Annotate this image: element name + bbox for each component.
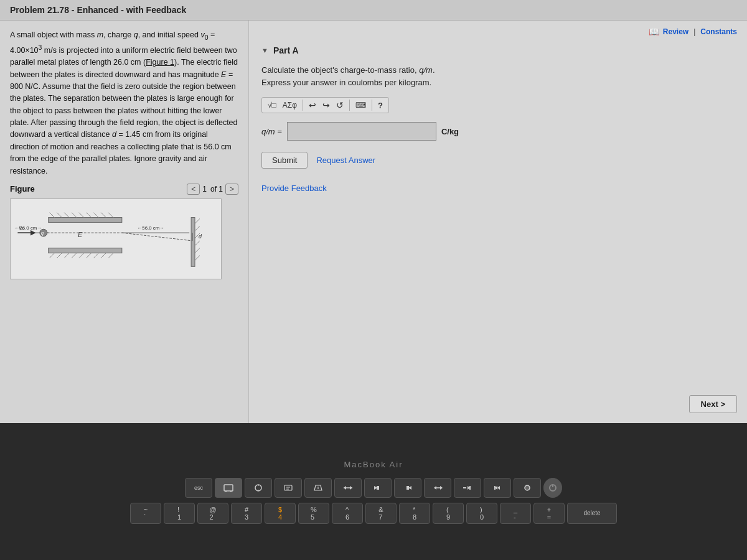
key-f8[interactable] <box>394 478 421 498</box>
right-panel: 📖 Review | Constants ▼ Part A Calculate … <box>249 21 747 423</box>
review-link[interactable]: Review <box>663 27 688 36</box>
svg-text:←56.0 cm→: ←56.0 cm→ <box>137 225 164 231</box>
key-f9[interactable] <box>424 478 451 498</box>
sqrt-button[interactable]: √□ <box>266 100 278 110</box>
answer-input[interactable] <box>287 122 436 141</box>
svg-line-13 <box>64 253 69 258</box>
key-f3[interactable] <box>245 478 272 498</box>
svg-line-14 <box>72 253 77 258</box>
request-answer-link[interactable]: Request Answer <box>316 156 375 165</box>
svg-line-9 <box>101 213 106 218</box>
figure-label-row: Figure < 1 of 1 > <box>10 184 238 195</box>
next-button[interactable]: Next > <box>689 395 737 413</box>
key-f12[interactable] <box>514 478 541 498</box>
key-delete[interactable]: delete <box>567 503 617 524</box>
key-f4[interactable] <box>275 478 302 498</box>
svg-marker-60 <box>434 486 436 490</box>
macbook-brand: MacBook Air <box>344 460 403 469</box>
svg-marker-52 <box>350 486 352 490</box>
svg-line-32 <box>195 218 200 223</box>
reset-button[interactable]: ↺ <box>334 100 345 111</box>
svg-line-33 <box>195 226 200 231</box>
key-f5[interactable] <box>304 478 332 498</box>
svg-line-11 <box>50 253 55 258</box>
key-f11[interactable] <box>484 478 511 498</box>
svg-line-7 <box>87 213 92 218</box>
key-esc[interactable]: esc <box>185 478 212 498</box>
figure-next-button[interactable]: > <box>225 184 238 195</box>
problem-text: A small object with mass m, charge q, an… <box>10 29 238 177</box>
problem-body: A small object with mass m, charge q, an… <box>0 21 747 423</box>
answer-input-row: q/m = C/kg <box>261 122 735 141</box>
svg-rect-46 <box>284 485 292 490</box>
svg-marker-62 <box>440 486 443 490</box>
key-8[interactable]: *8 <box>399 503 430 524</box>
book-icon: 📖 <box>649 27 659 37</box>
svg-line-19 <box>108 253 113 258</box>
key-tilde[interactable]: ~` <box>130 503 161 524</box>
toolbar-divider-2 <box>349 100 350 111</box>
redo-button[interactable]: ↪ <box>321 100 332 111</box>
key-5[interactable]: %5 <box>298 503 329 524</box>
left-panel: A small object with mass m, charge q, an… <box>0 21 249 423</box>
figure-current: 1 <box>202 185 207 194</box>
svg-line-18 <box>101 253 106 258</box>
help-button[interactable]: ? <box>376 100 385 111</box>
key-9[interactable]: (9 <box>433 503 464 524</box>
svg-rect-40 <box>224 485 233 491</box>
svg-line-30 <box>122 233 192 241</box>
svg-line-3 <box>57 213 62 218</box>
figure-section: Figure < 1 of 1 > <box>10 184 238 279</box>
char-key-row: ~` !1 @2 #3 $4 %5 ^6 &7 *8 (9 )0 _- += d… <box>130 503 617 524</box>
key-equals[interactable]: += <box>533 503 565 524</box>
review-constants: 📖 Review | Constants <box>649 27 737 37</box>
key-3[interactable]: #3 <box>231 503 262 524</box>
svg-line-6 <box>79 213 84 218</box>
problem-header: Problem 21.78 - Enhanced - with Feedback <box>0 0 747 21</box>
key-f10[interactable] <box>454 478 481 498</box>
buttons-row: Submit Request Answer <box>261 152 735 169</box>
svg-line-35 <box>195 241 200 246</box>
svg-line-36 <box>195 248 200 253</box>
part-a-label: Part A <box>273 45 299 55</box>
svg-line-16 <box>87 253 92 258</box>
main-content: Problem 21.78 - Enhanced - with Feedback… <box>0 0 747 423</box>
key-1[interactable]: !1 <box>164 503 195 524</box>
key-6[interactable]: ^6 <box>332 503 363 524</box>
figure-diagram: ←26.0 cm→ ←56.0 cm→ v₀ q E <box>10 198 222 279</box>
figure-svg: ←26.0 cm→ ←56.0 cm→ v₀ q E <box>11 199 221 279</box>
svg-text:E: E <box>78 231 83 238</box>
toolbar-divider-3 <box>372 100 372 111</box>
undo-button[interactable]: ↩ <box>307 100 318 111</box>
figure-nav: < 1 of 1 > <box>187 184 238 195</box>
svg-line-17 <box>94 253 99 258</box>
figure-prev-button[interactable]: < <box>187 184 200 195</box>
key-f2[interactable] <box>215 478 242 498</box>
dropdown-arrow-icon: ▼ <box>261 47 268 54</box>
greek-button[interactable]: AΣφ <box>281 100 299 110</box>
unit-label: C/kg <box>441 127 459 136</box>
key-f7[interactable] <box>364 478 392 498</box>
svg-text:d: d <box>199 233 202 240</box>
key-f6[interactable] <box>334 478 362 498</box>
constants-link[interactable]: Constants <box>700 27 737 36</box>
submit-button[interactable]: Submit <box>261 152 308 169</box>
svg-line-12 <box>57 253 62 258</box>
key-power[interactable] <box>543 478 562 498</box>
key-0[interactable]: )0 <box>466 503 497 524</box>
svg-rect-31 <box>191 217 195 266</box>
part-a-header: ▼ Part A <box>261 45 735 55</box>
key-7[interactable]: &7 <box>365 503 397 524</box>
instruction-text: Calculate the object's charge-to-mass ra… <box>261 64 735 88</box>
svg-line-10 <box>108 213 113 218</box>
separator: | <box>693 27 695 36</box>
problem-title: Problem 21.78 - Enhanced - with Feedback <box>10 5 186 15</box>
key-minus[interactable]: _- <box>500 503 531 524</box>
key-4[interactable]: $4 <box>265 503 296 524</box>
keyboard-button[interactable]: ⌨ <box>354 100 368 110</box>
svg-rect-0 <box>49 217 122 222</box>
fn-key-row: esc <box>185 478 562 498</box>
svg-line-2 <box>50 213 55 218</box>
provide-feedback-link[interactable]: Provide Feedback <box>261 184 735 193</box>
key-2[interactable]: @2 <box>197 503 228 524</box>
